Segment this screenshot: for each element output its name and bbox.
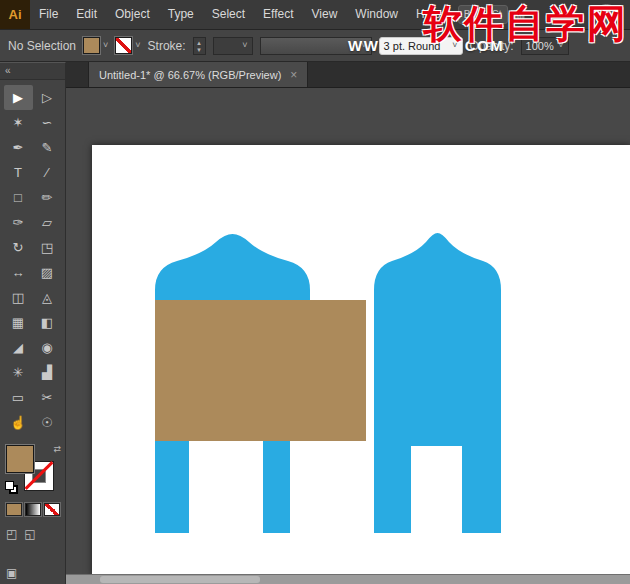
paint-type-buttons (6, 503, 65, 516)
chevron-down-icon: ˅ (103, 41, 108, 50)
chevron-down-icon: ˅ (361, 41, 366, 50)
bridge-icon[interactable]: Br (458, 5, 480, 24)
stepper-up-icon[interactable]: ▴ (197, 39, 201, 46)
document-tab-bar: Untitled-1* @ 66.67% (RGB/Preview) × (66, 62, 630, 88)
variable-width-profile-dropdown[interactable]: ˅ (260, 37, 372, 55)
fill-color-swatch[interactable]: ˅ (83, 37, 108, 54)
slice-tool[interactable]: ✂ (33, 385, 62, 410)
hand-tool[interactable]: ☝ (4, 410, 33, 435)
zoom-tool[interactable]: ☉ (33, 410, 62, 435)
artboard-tool[interactable]: ▭ (4, 385, 33, 410)
stroke-none-icon (115, 37, 132, 54)
fill-color-icon (83, 37, 100, 54)
eraser-tool[interactable]: ▱ (33, 210, 62, 235)
default-fill-stroke-icon[interactable] (5, 481, 18, 494)
stroke-color-swatch[interactable]: ˅ (115, 37, 140, 54)
menu-window[interactable]: Window (346, 0, 407, 29)
tools-panel: « ▶ ▷ ✶ ∽ ✒ ✎ T ∕ □ ✏ ✑ ▱ ↻ ◳ ↔ ▨ ◫ ◬ ▦ … (0, 62, 66, 584)
mesh-tool[interactable]: ▦ (4, 310, 33, 335)
stroke-weight-dropdown[interactable]: ˅ (213, 37, 253, 55)
stroke-label: Stroke: (148, 39, 186, 53)
scale-tool[interactable]: ◳ (33, 235, 62, 260)
menu-select[interactable]: Select (203, 0, 254, 29)
pasteboard[interactable] (66, 88, 630, 584)
menu-edit[interactable]: Edit (67, 0, 106, 29)
width-tool[interactable]: ↔ (4, 260, 33, 285)
opacity-value: 100% (526, 40, 554, 52)
chevron-down-icon: ˅ (135, 41, 140, 50)
scrollbar-thumb[interactable] (100, 576, 260, 583)
eyedropper-tool[interactable]: ◢ (4, 335, 33, 360)
paintbrush-tool[interactable]: ✏ (33, 185, 62, 210)
artwork-canvas (92, 145, 630, 576)
brush-definition-value: 3 pt. Round (384, 40, 441, 52)
line-segment-tool[interactable]: ∕ (33, 160, 62, 185)
rectangle-tool[interactable]: □ (4, 185, 33, 210)
screen-mode-row: ▣ (6, 566, 17, 580)
fill-stroke-widget: ⇄ (5, 444, 61, 494)
illustrator-window: Ai File Edit Object Type Select Effect V… (0, 0, 630, 584)
control-bar: No Selection ˅ ˅ Stroke: ▴ ▾ ˅ ˅ 3 pt. R… (0, 30, 630, 62)
brush-definition-dropdown[interactable]: 3 pt. Round ˅ (379, 37, 463, 55)
direct-selection-tool[interactable]: ▷ (33, 85, 62, 110)
menu-view[interactable]: View (303, 0, 347, 29)
table-board-shape[interactable] (155, 300, 366, 441)
app-logo-icon[interactable]: Ai (0, 0, 30, 29)
horizontal-scrollbar[interactable] (66, 574, 630, 584)
symbol-sprayer-tool[interactable]: ✳ (4, 360, 33, 385)
lasso-tool[interactable]: ∽ (33, 110, 62, 135)
app-bar-shortcuts: Br St ▥ ▾ (458, 5, 536, 24)
free-transform-tool[interactable]: ▨ (33, 260, 62, 285)
opacity-dropdown[interactable]: 100% ˅ (521, 37, 569, 55)
tab-title: Untitled-1* @ 66.67% (RGB/Preview) (99, 69, 281, 81)
menu-file[interactable]: File (30, 0, 67, 29)
perspective-grid-tool[interactable]: ◬ (33, 285, 62, 310)
gradient-tool[interactable]: ◧ (33, 310, 62, 335)
color-button[interactable] (6, 503, 22, 516)
screen-mode-icon[interactable]: ▣ (6, 566, 17, 580)
stepper-down-icon[interactable]: ▾ (197, 46, 201, 53)
stroke-weight-stepper[interactable]: ▴ ▾ (193, 37, 206, 55)
chevron-down-icon: ˅ (452, 41, 457, 50)
chevron-down-icon: ˅ (242, 41, 247, 50)
menu-help[interactable]: Help (407, 0, 450, 29)
swap-fill-stroke-icon[interactable]: ⇄ (53, 444, 61, 454)
magic-wand-tool[interactable]: ✶ (4, 110, 33, 135)
curvature-tool[interactable]: ✎ (33, 135, 62, 160)
chevron-down-icon: ˅ (558, 41, 563, 50)
none-button[interactable] (44, 503, 60, 516)
pencil-tool[interactable]: ✑ (4, 210, 33, 235)
draw-behind-icon[interactable]: ◱ (24, 527, 35, 541)
tools-panel-header[interactable]: « (0, 63, 65, 80)
gradient-button[interactable] (25, 503, 41, 516)
document-tab[interactable]: Untitled-1* @ 66.67% (RGB/Preview) × (88, 62, 308, 87)
pen-tool[interactable]: ✒ (4, 135, 33, 160)
workspace-icon[interactable]: ▥ (514, 8, 525, 22)
stock-icon[interactable]: St (486, 5, 508, 24)
column-graph-tool[interactable]: ▟ (33, 360, 62, 385)
blend-tool[interactable]: ◉ (33, 335, 62, 360)
workspace-chevron-icon[interactable]: ▾ (531, 10, 536, 20)
tab-close-icon[interactable]: × (290, 68, 297, 82)
right-arched-post-shape[interactable] (374, 233, 501, 533)
draw-normal-icon[interactable]: ◰ (6, 527, 17, 541)
collapse-panel-icon[interactable]: « (5, 65, 11, 76)
menu-object[interactable]: Object (106, 0, 159, 29)
fill-indicator[interactable] (6, 445, 34, 473)
menu-bar: Ai File Edit Object Type Select Effect V… (0, 0, 630, 30)
draw-mode-buttons: ◰ ◱ (6, 527, 65, 541)
type-tool[interactable]: T (4, 160, 33, 185)
selection-tool[interactable]: ▶ (4, 85, 33, 110)
opacity-label: Opacity: (470, 39, 514, 53)
tools-grid: ▶ ▷ ✶ ∽ ✒ ✎ T ∕ □ ✏ ✑ ▱ ↻ ◳ ↔ ▨ ◫ ◬ ▦ ◧ … (0, 85, 65, 435)
selection-status: No Selection (8, 39, 76, 53)
shape-builder-tool[interactable]: ◫ (4, 285, 33, 310)
rotate-tool[interactable]: ↻ (4, 235, 33, 260)
menu-effect[interactable]: Effect (254, 0, 302, 29)
artboard[interactable] (92, 145, 630, 576)
menu-type[interactable]: Type (159, 0, 203, 29)
